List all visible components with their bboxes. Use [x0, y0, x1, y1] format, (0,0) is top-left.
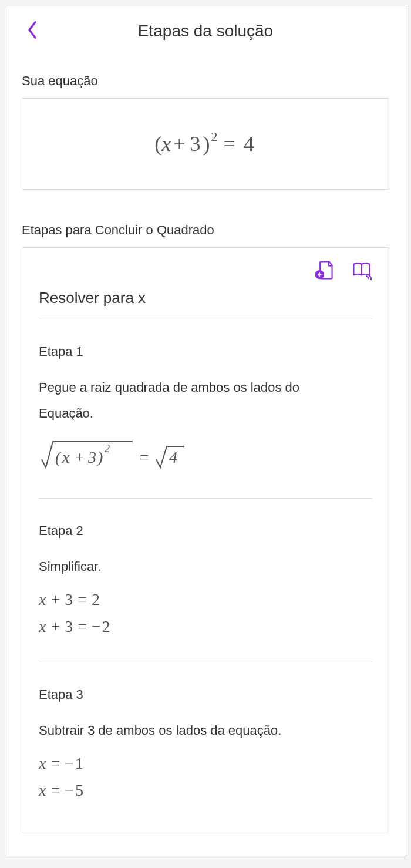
step-label: Etapa 2 — [39, 523, 372, 539]
step-math: x+3=2 — [39, 590, 372, 609]
insert-to-page-button[interactable] — [314, 260, 335, 281]
step-label: Etapa 3 — [39, 687, 372, 702]
step-label: Etapa 1 — [39, 344, 372, 359]
step-math: x+3=−2 — [39, 617, 372, 636]
equation-text: (x+3)2 = 4 — [154, 132, 257, 156]
step-math: x=−5 — [39, 781, 372, 800]
step-math: x=−1 — [39, 754, 372, 773]
svg-text:=: = — [139, 448, 150, 466]
svg-text:(: ( — [55, 448, 62, 466]
step-item: Etapa 3 Subtrair 3 de ambos os lados da … — [39, 662, 372, 800]
step-item: Etapa 1 Pegue a raiz quadrada de ambos o… — [39, 319, 372, 499]
equation-display: (x+3)2 = 4 — [22, 98, 389, 190]
solution-panel: Etapas da solução Sua equação (x+3)2 = 4… — [5, 5, 406, 856]
step-math: ( x + 3 ) 2 = 4 — [39, 437, 372, 472]
steps-section-label: Etapas para Concluir o Quadrado — [22, 223, 389, 238]
read-aloud-button[interactable] — [351, 260, 372, 281]
toolbar — [39, 260, 372, 281]
page-title: Etapas da solução — [138, 22, 273, 41]
svg-text:+: + — [74, 448, 85, 466]
steps-container: Resolver para x Etapa 1 Pegue a raiz qua… — [22, 247, 389, 832]
svg-text:): ) — [96, 448, 103, 466]
chevron-left-icon — [26, 20, 38, 40]
back-button[interactable] — [22, 19, 43, 41]
svg-text:2: 2 — [105, 443, 110, 455]
step-description: Subtrair 3 de ambos os lados da equação. — [39, 718, 372, 743]
step-item: Etapa 2 Simplificar. x+3=2 x+3=−2 — [39, 499, 372, 662]
book-audio-icon — [352, 260, 372, 280]
page-insert-icon — [314, 260, 334, 280]
solve-title: Resolver para x — [39, 289, 372, 319]
svg-text:x: x — [62, 448, 70, 466]
header: Etapas da solução — [22, 22, 389, 41]
equation-section-label: Sua equação — [22, 73, 389, 89]
svg-text:4: 4 — [169, 448, 177, 466]
svg-text:3: 3 — [87, 448, 96, 466]
step-description: Pegue a raiz quadrada de ambos os lados … — [39, 375, 372, 426]
step-description: Simplificar. — [39, 554, 372, 580]
